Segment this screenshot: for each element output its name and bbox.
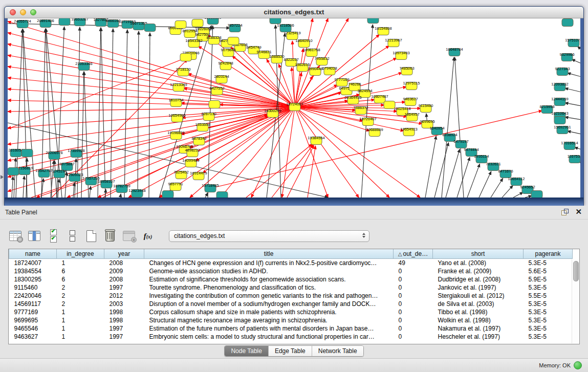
graph-edge[interactable] — [90, 186, 91, 198]
graph-node[interactable]: 10973493 — [393, 51, 409, 60]
graph-node[interactable] — [144, 24, 156, 32]
graph-node[interactable]: 9329966 — [559, 52, 574, 61]
graph-node[interactable]: 18300295 — [264, 108, 281, 118]
scrollbar-thumb[interactable] — [573, 261, 579, 281]
graph-edge[interactable] — [446, 149, 460, 198]
graph-node[interactable] — [180, 54, 191, 61]
graph-edge[interactable] — [149, 33, 150, 198]
graph-node[interactable]: 8466160 — [105, 18, 120, 28]
column-header-out_de[interactable]: △out_de… — [394, 249, 433, 259]
tab-node-table[interactable]: Node Table — [225, 346, 269, 356]
graph-node[interactable]: 24055724 — [14, 19, 31, 28]
graph-node[interactable]: 10688609 — [366, 127, 383, 137]
table-row[interactable]: 1938455462009Genome-wide association stu… — [9, 267, 573, 275]
table-row[interactable]: 977716911998Corpus callosum shape and si… — [9, 308, 573, 316]
graph-node[interactable]: 12093832 — [551, 82, 568, 91]
table-scrollbar[interactable] — [572, 259, 579, 343]
graph-node[interactable]: 9175685 — [221, 48, 235, 57]
graph-edge[interactable] — [287, 145, 314, 198]
graph-node[interactable]: 15751074 — [565, 38, 580, 47]
graph-edge[interactable] — [467, 164, 480, 198]
graph-edge[interactable] — [568, 131, 580, 134]
graph-node[interactable]: 15692951 — [554, 125, 571, 134]
graph-edge[interactable] — [138, 31, 139, 198]
graph-node[interactable] — [59, 18, 70, 26]
graph-node[interactable]: 12213967 — [385, 38, 402, 47]
graph-node[interactable]: 21053346 — [75, 61, 92, 71]
graph-edge[interactable] — [246, 144, 312, 198]
graph-edge[interactable] — [55, 161, 57, 198]
graph-edge[interactable] — [308, 146, 315, 198]
graph-node[interactable]: 1145194 — [52, 169, 67, 178]
graph-edge[interactable] — [479, 171, 491, 198]
graph-edge[interactable] — [292, 41, 295, 107]
graph-edge[interactable] — [14, 158, 16, 198]
graph-node[interactable]: 19542757 — [35, 168, 52, 178]
graph-edge[interactable] — [8, 67, 295, 107]
graph-node[interactable] — [21, 149, 33, 157]
graph-node[interactable]: 1864957 — [404, 112, 419, 121]
graph-edge[interactable] — [101, 28, 105, 198]
graph-node[interactable] — [192, 19, 203, 27]
graph-node[interactable]: 15718485 — [202, 183, 219, 192]
graph-edge[interactable] — [295, 107, 359, 198]
graph-node[interactable]: 1353559 — [195, 122, 210, 132]
graph-node[interactable]: 1588520 — [269, 54, 284, 63]
collapse-panel-icon[interactable] — [1, 175, 4, 179]
close-panel-icon[interactable]: ✕ — [575, 207, 582, 216]
graph-edge[interactable] — [565, 117, 580, 120]
graph-node[interactable]: 8878342 — [191, 136, 206, 145]
table-row[interactable]: 1830029562008Estimation of significance … — [9, 275, 573, 283]
graph-edge[interactable] — [8, 107, 295, 144]
graph-node[interactable]: 9777169 — [334, 77, 349, 86]
graph-node[interactable]: 14099489 — [182, 158, 199, 167]
table-row[interactable]: 1872400712008Changes of HCN gene express… — [9, 259, 573, 268]
graph-edge[interactable] — [8, 21, 295, 107]
show-columns-icon[interactable] — [46, 229, 60, 243]
network-canvas[interactable]: 1872400718300295193845549777169649756874… — [8, 18, 580, 198]
graph-node[interactable] — [8, 168, 19, 176]
graph-node[interactable] — [209, 101, 220, 108]
graph-edge[interactable] — [572, 59, 580, 63]
graph-node[interactable]: 16648784 — [446, 47, 463, 56]
graph-node[interactable]: 1810754 — [168, 98, 183, 107]
table-row[interactable]: 946554611997Estimation of the future num… — [9, 324, 573, 333]
graph-node[interactable]: 17016514 — [561, 141, 578, 150]
graph-node[interactable]: 9227343 — [555, 67, 570, 76]
graph-node[interactable]: 19384554 — [308, 136, 324, 145]
graph-edge[interactable] — [502, 185, 513, 198]
graph-node[interactable]: 6794028 — [322, 66, 337, 75]
graph-node[interactable]: 9463627 — [403, 97, 418, 106]
graph-node[interactable]: 7386372 — [353, 105, 368, 115]
graph-node[interactable]: 18640910 — [295, 38, 312, 48]
column-header-title[interactable]: title — [144, 249, 394, 259]
graph-edge[interactable] — [111, 29, 113, 198]
column-select-icon[interactable] — [27, 229, 41, 243]
tab-edge-table[interactable]: Edge Table — [269, 346, 312, 356]
graph-node[interactable]: 16543382 — [185, 38, 202, 48]
graph-node[interactable] — [384, 101, 395, 109]
graph-edge[interactable] — [120, 194, 121, 198]
graph-node[interactable]: 19654923 — [400, 127, 417, 136]
graph-edge[interactable] — [272, 145, 313, 198]
graph-node[interactable]: 2718120 — [176, 67, 190, 76]
graph-edge[interactable] — [565, 88, 580, 92]
graph-edge[interactable] — [513, 192, 523, 198]
graph-edge[interactable] — [565, 103, 580, 106]
graph-node[interactable]: 1167533 — [568, 154, 580, 163]
graph-node[interactable] — [216, 192, 228, 198]
graph-node[interactable]: 8267130 — [201, 112, 216, 121]
column-header-pagerank[interactable]: pagerank — [524, 249, 573, 259]
graph-node[interactable]: 1990448 — [308, 67, 322, 76]
graph-node[interactable] — [562, 19, 573, 27]
function-builder-icon[interactable]: f(x) — [141, 229, 155, 243]
graph-node[interactable]: 7625402 — [173, 170, 188, 179]
memory-status-icon[interactable] — [574, 361, 582, 369]
graph-node[interactable]: 2803144 — [214, 74, 229, 83]
graph-node[interactable]: 10654112 — [508, 177, 525, 186]
table-row[interactable]: 1456911722003Disruption of a novel membe… — [9, 300, 573, 308]
graph-edge[interactable] — [73, 183, 74, 198]
graph-node[interactable]: 16154808 — [375, 26, 391, 35]
table-row[interactable]: 2242004622012Investigating the contribut… — [9, 292, 573, 300]
graph-node[interactable]: 12975115 — [403, 81, 420, 90]
